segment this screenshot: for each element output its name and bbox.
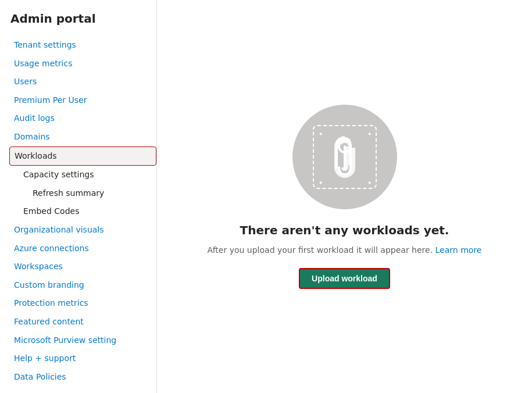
sparkle-bl: ✦ — [319, 180, 322, 183]
sparkle-br: ✦ — [367, 180, 371, 183]
sidebar-item-embed-codes[interactable]: Embed Codes — [9, 202, 156, 221]
sidebar-item-domains[interactable]: Domains — [9, 128, 156, 147]
paperclip-icon — [329, 134, 361, 180]
sidebar-item-audit-logs[interactable]: Audit logs — [9, 109, 156, 128]
sidebar-item-organizational-visuals[interactable]: Organizational visuals — [9, 221, 156, 240]
empty-state: ✦ ✦ ✦ ✦ There aren't any workloads yet. … — [208, 105, 482, 289]
dashed-box: ✦ ✦ ✦ ✦ — [313, 125, 377, 189]
empty-title: There aren't any workloads yet. — [240, 223, 449, 237]
sidebar: Admin portal Tenant settingsUsage metric… — [0, 0, 157, 393]
sidebar-item-help-support[interactable]: Help + support — [9, 349, 156, 368]
workload-illustration: ✦ ✦ ✦ ✦ — [292, 105, 397, 209]
sidebar-item-capacity-settings[interactable]: Capacity settings — [9, 166, 156, 184]
sidebar-item-azure-connections[interactable]: Azure connections — [9, 240, 156, 258]
sidebar-item-featured-content[interactable]: Featured content — [9, 313, 156, 331]
upload-workload-button[interactable]: Upload workload — [299, 268, 390, 289]
sidebar-item-tenant-settings[interactable]: Tenant settings — [9, 36, 156, 55]
page-title: Admin portal — [9, 12, 156, 26]
sparkle-tr: ✦ — [367, 131, 371, 134]
sidebar-item-premium-per-user[interactable]: Premium Per User — [9, 91, 156, 110]
learn-more-link[interactable]: Learn more — [435, 245, 482, 255]
sidebar-item-users[interactable]: Users — [9, 73, 156, 91]
sidebar-item-data-policies[interactable]: Data Policies — [9, 368, 156, 387]
sidebar-item-workspaces[interactable]: Workspaces — [9, 258, 156, 276]
sidebar-item-refresh-summary[interactable]: Refresh summary — [9, 184, 156, 203]
sidebar-item-usage-metrics[interactable]: Usage metrics — [9, 55, 156, 73]
sidebar-item-microsoft-purview[interactable]: Microsoft Purview setting — [9, 331, 156, 350]
sidebar-item-custom-branding[interactable]: Custom branding — [9, 276, 156, 295]
empty-subtitle: After you upload your first workload it … — [208, 244, 482, 256]
sparkle-tl: ✦ — [319, 131, 322, 134]
sidebar-item-workloads[interactable]: Workloads — [9, 147, 156, 166]
sidebar-item-protection-metrics[interactable]: Protection metrics — [9, 294, 156, 313]
main-content: ✦ ✦ ✦ ✦ There aren't any workloads yet. … — [157, 0, 532, 393]
